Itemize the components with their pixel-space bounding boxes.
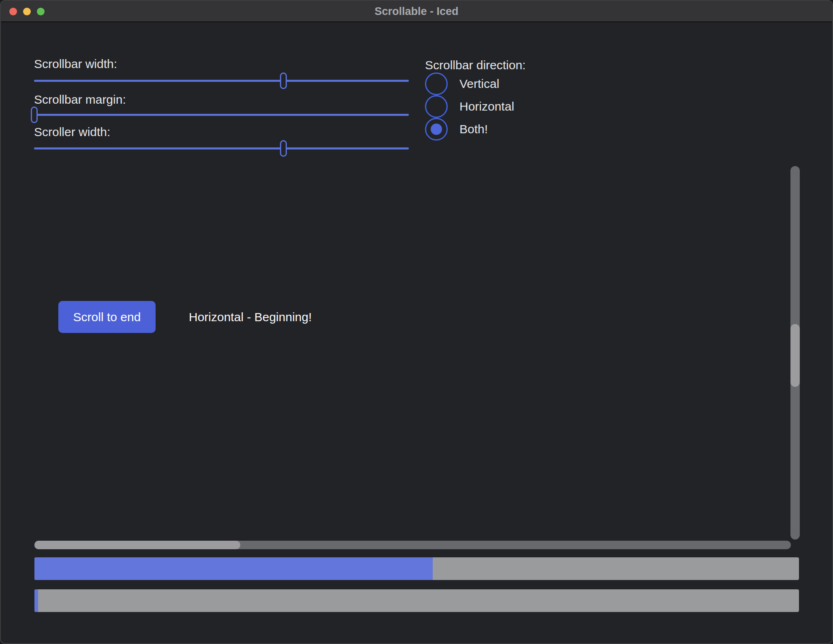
slider-track[interactable]	[34, 80, 409, 82]
vertical-scrollbar-thumb[interactable]	[790, 324, 800, 387]
vertical-progress-bar	[34, 589, 799, 612]
slider-handle[interactable]	[280, 73, 287, 89]
titlebar: Scrollable - Iced	[1, 1, 832, 22]
radio-circle-icon[interactable]	[425, 118, 448, 141]
app-window: Scrollable - Iced Scrollbar width: Scrol…	[0, 0, 833, 644]
scroller-width-slider[interactable]	[34, 140, 409, 157]
radio-label: Horizontal	[459, 100, 514, 113]
radio-dot-icon	[431, 101, 442, 112]
radio-circle-icon[interactable]	[425, 95, 448, 118]
slider-handle[interactable]	[31, 107, 38, 123]
progress-fill	[34, 589, 38, 612]
slider-track[interactable]	[34, 114, 409, 116]
horizontal-scrollbar-track[interactable]	[34, 541, 791, 549]
radio-both[interactable]: Both!	[425, 118, 488, 141]
horizontal-scrollbar-thumb[interactable]	[34, 541, 240, 549]
horizontal-progress-bar	[34, 557, 799, 580]
scrollbar-margin-label: Scrollbar margin:	[34, 92, 126, 107]
scroll-to-end-button[interactable]: Scroll to end	[58, 301, 156, 333]
slider-handle[interactable]	[280, 140, 287, 157]
radio-dot-icon	[431, 78, 442, 90]
scrollbar-margin-slider[interactable]	[34, 107, 409, 123]
scrollbar-width-label: Scrollbar width:	[34, 57, 117, 71]
radio-label: Both!	[459, 122, 488, 136]
vertical-scrollbar-track[interactable]	[790, 166, 800, 540]
radio-dot-icon	[431, 124, 442, 135]
scroll-status-text: Horizontal - Beginning!	[189, 301, 312, 333]
radio-label: Vertical	[459, 77, 499, 91]
radio-vertical[interactable]: Vertical	[425, 73, 499, 95]
scrollbar-width-slider[interactable]	[34, 73, 409, 89]
radio-horizontal[interactable]: Horizontal	[425, 95, 514, 118]
radio-circle-icon[interactable]	[425, 73, 448, 95]
scroller-width-label: Scroller width:	[34, 125, 110, 139]
slider-track[interactable]	[34, 147, 409, 149]
scrollbar-direction-label: Scrollbar direction:	[425, 58, 525, 73]
window-title: Scrollable - Iced	[1, 1, 832, 22]
progress-fill	[34, 557, 433, 580]
